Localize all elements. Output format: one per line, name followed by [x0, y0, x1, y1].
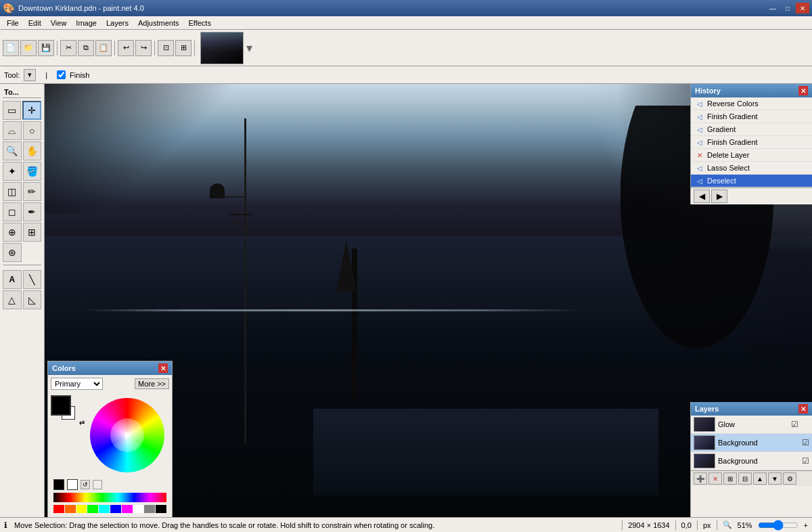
layer-add-button[interactable]: ➕	[694, 472, 707, 485]
menu-layers[interactable]: Layers	[102, 18, 133, 28]
primary-color-swatch[interactable]	[51, 395, 71, 416]
history-item-delete-layer[interactable]: ✕ Delete Layer	[691, 149, 812, 162]
tool-triangle[interactable]: ◺	[23, 290, 42, 309]
main-container: To... ▭ ✛ ⌓ ○ 🔍 ✋ ✦ 🪣 ◫ ✏ ◻ ✒ ⊕ ⊞	[0, 84, 812, 517]
menu-bar: File Edit View Image Layers Adjustments …	[0, 16, 812, 30]
tool-line[interactable]: ╲	[23, 270, 42, 289]
layer-visible-bg2[interactable]: ☑	[802, 456, 809, 466]
toolbar-open[interactable]: 📁	[20, 40, 37, 56]
palette-black[interactable]	[156, 505, 166, 513]
colors-panel: Colors ✕ Primary Secondary More >> ⇄	[47, 361, 173, 517]
toolbar-sep2	[114, 41, 115, 56]
palette-red[interactable]	[53, 505, 64, 513]
tool-gradient[interactable]: ◫	[3, 182, 22, 201]
history-item-lasso-select[interactable]: ◁ Lasso Select	[691, 162, 812, 175]
tool-lasso[interactable]: ⌓	[3, 121, 22, 140]
tool-color-picker[interactable]: ⊕	[3, 223, 22, 242]
reset-colors-button[interactable]: ↺	[81, 480, 90, 489]
maximize-button[interactable]: □	[781, 3, 794, 14]
tool-ellipse[interactable]: ○	[23, 121, 42, 140]
tool-magic-wand[interactable]: ✦	[3, 162, 22, 181]
toolbar-undo[interactable]: ↩	[118, 40, 134, 56]
close-button[interactable]: ✕	[796, 3, 809, 14]
history-item-reverse-colors[interactable]: ◁ Reverse Colors	[691, 97, 812, 110]
history-item-deselect[interactable]: ◁ Deselect	[691, 175, 812, 187]
options-dropdown[interactable]: ▾	[24, 69, 36, 81]
color-cursor	[125, 433, 130, 438]
toolbar-resize[interactable]: ⊞	[175, 40, 191, 56]
history-icon-0: ◁	[695, 99, 704, 108]
tool-pan[interactable]: ✋	[23, 141, 42, 160]
tool-recolor[interactable]: ⊛	[3, 243, 22, 262]
palette-gray[interactable]	[144, 505, 155, 513]
layer-background-2[interactable]: Background ☑	[691, 452, 812, 470]
color-gradient-bar[interactable]	[53, 493, 166, 502]
history-item-finish-gradient-1[interactable]: ◁ Finish Gradient	[691, 110, 812, 123]
colors-more-button[interactable]: More >>	[135, 378, 169, 389]
layer-duplicate-button[interactable]: ⊞	[723, 472, 737, 485]
layer-merge-button[interactable]: ⊟	[738, 472, 752, 485]
toolbar-crop[interactable]: ⊡	[158, 40, 174, 56]
layer-up-button[interactable]: ▲	[753, 472, 767, 485]
toolbar-sep4	[194, 41, 195, 56]
menu-view[interactable]: View	[47, 18, 71, 28]
colors-close-button[interactable]: ✕	[158, 363, 168, 373]
transparent-swatch[interactable]	[93, 480, 102, 489]
toolbar-paste[interactable]: 📋	[95, 40, 112, 56]
palette-orange[interactable]	[65, 505, 76, 513]
tool-clone-stamp[interactable]: ⊞	[23, 223, 42, 242]
layer-delete-button[interactable]: ✕	[708, 472, 722, 485]
color-wheel[interactable]	[90, 398, 164, 472]
palette-magenta[interactable]	[122, 505, 133, 513]
image-thumbnail[interactable]	[200, 32, 244, 64]
history-item-gradient[interactable]: ◁ Gradient	[691, 123, 812, 136]
minimize-button[interactable]: —	[766, 3, 780, 14]
tool-paint-bucket[interactable]: 🪣	[23, 162, 42, 181]
layers-close-button[interactable]: ✕	[798, 404, 808, 414]
tool-zoom[interactable]: 🔍	[3, 141, 22, 160]
layer-properties-button[interactable]: ⚙	[783, 472, 796, 485]
tool-eraser[interactable]: ◻	[3, 202, 22, 221]
history-redo-button[interactable]: ▶	[711, 190, 727, 203]
menu-edit[interactable]: Edit	[24, 18, 45, 28]
tool-text[interactable]: A	[3, 270, 22, 289]
menu-effects[interactable]: Effects	[185, 18, 215, 28]
toolbar-redo[interactable]: ↪	[135, 40, 152, 56]
swap-colors-icon[interactable]: ⇄	[79, 419, 85, 426]
title-bar: 🎨 Downtown Kirkland.pdn - paint.net 4.0 …	[0, 0, 812, 16]
colors-primary-select[interactable]: Primary Secondary	[51, 378, 103, 390]
white-swatch[interactable]	[67, 479, 78, 490]
layer-visible-bg1[interactable]: ☑	[802, 438, 809, 447]
palette-cyan[interactable]	[99, 505, 110, 513]
thumbnail-arrow[interactable]: ▾	[246, 41, 252, 56]
menu-image[interactable]: Image	[72, 18, 101, 28]
black-swatch[interactable]	[53, 479, 64, 490]
history-close-button[interactable]: ✕	[798, 86, 808, 95]
finish-checkbox[interactable]	[57, 70, 66, 79]
menu-adjustments[interactable]: Adjustments	[134, 18, 183, 28]
tool-shapes[interactable]: △	[3, 290, 22, 309]
layer-glow[interactable]: Glow ☑	[691, 416, 812, 434]
palette-yellow[interactable]	[76, 505, 87, 513]
status-sep3	[697, 520, 698, 530]
menu-file[interactable]: File	[3, 18, 23, 28]
zoom-in-icon[interactable]: +	[804, 521, 808, 529]
layer-background-1[interactable]: Background ☑	[691, 434, 812, 452]
tool-move-selection[interactable]: ✛	[22, 101, 41, 120]
tool-paintbrush[interactable]: ✏	[23, 182, 42, 201]
toolbar-save[interactable]: 💾	[38, 40, 54, 56]
palette-white[interactable]	[133, 505, 144, 513]
tool-pencil[interactable]: ✒	[23, 202, 42, 221]
palette-green[interactable]	[87, 505, 98, 513]
palette-blue[interactable]	[110, 505, 121, 513]
toolbar-copy[interactable]: ⧉	[78, 40, 94, 56]
history-undo-button[interactable]: ◀	[694, 190, 710, 203]
layer-visible-glow[interactable]: ☑	[791, 420, 798, 429]
toolbar-cut[interactable]: ✂	[60, 40, 76, 56]
zoom-slider[interactable]	[758, 522, 798, 529]
layer-down-button[interactable]: ▼	[768, 472, 782, 485]
tool-rectangle-select[interactable]: ▭	[3, 101, 21, 120]
color-wheel-container[interactable]	[90, 398, 164, 472]
history-item-finish-gradient-2[interactable]: ◁ Finish Gradient	[691, 136, 812, 149]
toolbar-new[interactable]: 📄	[3, 40, 19, 56]
